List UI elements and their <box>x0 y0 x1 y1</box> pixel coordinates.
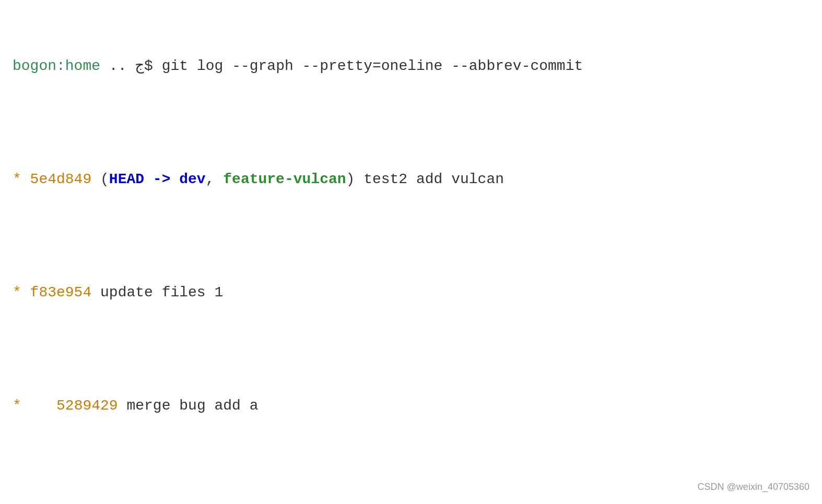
commit-msg: ( <box>91 171 109 187</box>
commit-spacing <box>21 398 56 414</box>
commit-separator: , <box>206 171 224 187</box>
terminal-output: bogon:home .. ج$ git log --graph --prett… <box>13 9 809 504</box>
head-label: HEAD -> dev <box>109 171 206 187</box>
graph-star: * <box>13 398 21 414</box>
commit-msg-text: ) test2 add vulcan <box>346 171 504 187</box>
commit-msg-text: update files 1 <box>91 284 223 301</box>
git-log-line-3: * 5289429 merge bug add a <box>13 394 809 417</box>
commit-msg-text: merge bug add a <box>118 398 259 414</box>
git-log-line-1: * 5e4d849 (HEAD -> dev, feature-vulcan) … <box>13 168 809 190</box>
command-line: bogon:home .. ج$ git log --graph --prett… <box>13 55 809 77</box>
prompt-command: git log --graph --pretty=oneline --abbre… <box>162 58 583 74</box>
prompt-path: .. ج$ <box>100 58 162 74</box>
commit-hash: 5e4d849 <box>30 171 92 187</box>
branch-feature-vulcan: feature-vulcan <box>223 171 346 187</box>
graph-star: * <box>13 284 30 301</box>
prompt-user: bogon:home <box>13 58 100 74</box>
watermark: CSDN @weixin_40705360 <box>698 480 809 495</box>
commit-hash: 5289429 <box>56 398 118 414</box>
git-log-line-2: * f83e954 update files 1 <box>13 281 809 304</box>
commit-hash: f83e954 <box>30 284 92 301</box>
graph-star: * <box>13 171 30 187</box>
